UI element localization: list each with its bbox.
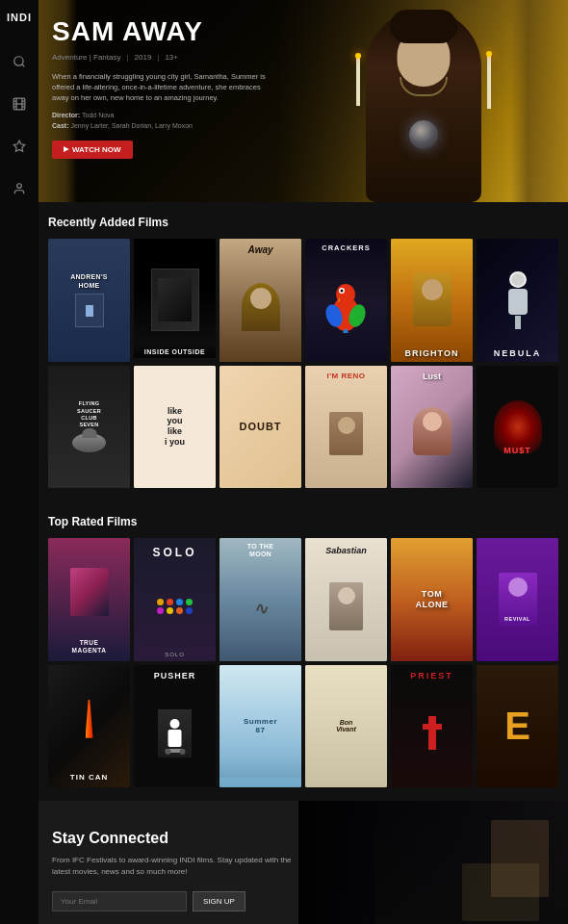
film-card-imreno[interactable]: I'M RENO: [305, 366, 387, 489]
svg-line-1: [22, 64, 25, 67]
watch-now-button[interactable]: WATCH NOW: [52, 141, 133, 159]
film-card-true[interactable]: TRUEMAGENTA: [48, 538, 130, 661]
sidebar: INDI: [0, 0, 39, 924]
hero-cast: Cast: Jenny Larter, Sarah Dorian, Larry …: [52, 122, 275, 129]
recently-added-title: Recently Added Films: [48, 216, 558, 229]
film-card-moon[interactable]: TO THEMOON ∿: [219, 538, 301, 661]
hero-curtain-right: [510, 0, 568, 202]
film-card-brighton[interactable]: BRIGHTON: [391, 239, 473, 362]
stay-connected-section: Stay Connected From IFC Festivals to awa…: [39, 801, 568, 924]
film-card-crackers[interactable]: CRACKERS: [305, 239, 387, 362]
film-card-bonvivant[interactable]: BonVivant: [305, 665, 387, 788]
film-card-priest[interactable]: PRIEST: [391, 665, 473, 788]
top-rated-section: Top Rated Films TRUEMAGENTA SOLO: [39, 501, 568, 801]
film-card-nebula[interactable]: NEBULA: [477, 239, 558, 362]
user-icon[interactable]: [8, 177, 31, 200]
film-card-like[interactable]: likeyoulikei you: [134, 366, 216, 489]
hero-rating: 13+: [165, 53, 178, 62]
film-label-inside: INSIDE OUTSIDE: [134, 343, 216, 358]
stay-connected-title: Stay Connected: [52, 830, 558, 847]
search-icon[interactable]: [8, 50, 31, 73]
star-icon[interactable]: [8, 135, 31, 158]
film-card-pusher[interactable]: PUSHER: [134, 665, 216, 788]
hero-director: Director: Todd Nova: [52, 112, 275, 118]
svg-marker-10: [13, 141, 25, 151]
film-card-away[interactable]: Away: [219, 239, 301, 362]
stay-connected-description: From IFC Festivals to award-winning INDI…: [52, 855, 302, 878]
svg-point-17: [341, 289, 344, 292]
film-card-andrens[interactable]: ANDREN'SHOME: [48, 239, 130, 362]
hero-year: 2019: [135, 53, 152, 62]
stay-connected-form: SIGN UP: [52, 891, 558, 911]
hero-meta: Adventure | Fantasy | 2019 | 13+: [52, 53, 275, 62]
hero-title: SAM AWAY: [52, 17, 275, 47]
top-rated-title: Top Rated Films: [48, 515, 558, 528]
film-card-sabastian[interactable]: Sabastian: [305, 538, 387, 661]
svg-point-0: [14, 57, 23, 65]
hero-image: [337, 0, 510, 202]
film-card-tom[interactable]: TOMALONE: [391, 538, 473, 661]
svg-point-15: [336, 284, 355, 305]
recently-added-grid: ANDREN'SHOME INSIDE OUTSIDE: [48, 239, 558, 488]
film-card-doubt[interactable]: DOUBT: [219, 366, 301, 489]
main-content: SAM AWAY Adventure | Fantasy | 2019 | 13…: [39, 0, 568, 924]
film-card-tincan[interactable]: TIN CAN: [48, 665, 130, 788]
hero-description: When a financially struggling young city…: [52, 71, 275, 104]
film-card-must[interactable]: MU$T: [477, 366, 558, 489]
film-card-e[interactable]: E: [477, 665, 558, 788]
top-rated-grid: TRUEMAGENTA SOLO: [48, 538, 558, 787]
hero-section: SAM AWAY Adventure | Fantasy | 2019 | 13…: [39, 0, 568, 202]
recently-added-section: Recently Added Films ANDREN'SHOME: [39, 202, 568, 501]
film-card-solo[interactable]: SOLO: [134, 538, 216, 661]
email-input[interactable]: [52, 891, 187, 911]
film-card-lust[interactable]: Lust: [391, 366, 473, 489]
signup-button[interactable]: SIGN UP: [193, 891, 245, 911]
svg-point-11: [17, 184, 22, 189]
film-card-flying[interactable]: FLYINGSAUCERCLUBSEVEN: [48, 366, 130, 489]
hero-content: SAM AWAY Adventure | Fantasy | 2019 | 13…: [39, 0, 289, 176]
film-card-revival[interactable]: REVIVAL: [477, 538, 558, 661]
hero-genre: Adventure | Fantasy: [52, 53, 120, 62]
film-card-inside[interactable]: INSIDE OUTSIDE: [134, 239, 216, 362]
film-icon[interactable]: [8, 92, 31, 116]
app-logo: INDI: [7, 12, 32, 23]
film-card-summer[interactable]: Summer 87: [219, 665, 301, 788]
